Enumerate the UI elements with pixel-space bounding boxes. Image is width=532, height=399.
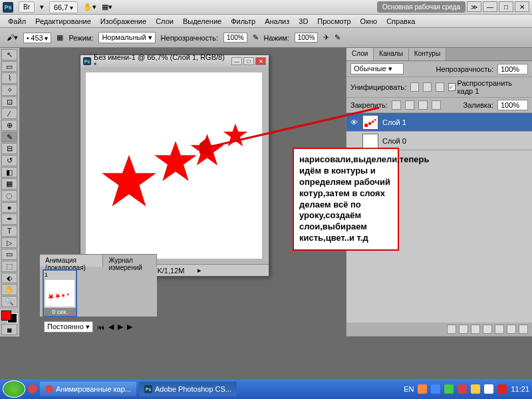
frame-duration[interactable]: 0 сек. (44, 308, 76, 316)
close-button[interactable]: ✕ (515, 1, 529, 12)
3d-camera-tool[interactable]: ⬖ (1, 273, 17, 284)
adjustment-layer-icon[interactable] (483, 325, 492, 334)
expand-button[interactable]: ≫ (467, 1, 481, 12)
stamp-tool[interactable]: ⊟ (1, 143, 17, 154)
opera-icon[interactable] (28, 384, 37, 394)
brush-tool-icon[interactable]: 🖌▾ (7, 33, 18, 42)
anim-next-icon[interactable]: ▶ (127, 323, 132, 331)
anim-first-icon[interactable]: ⏮ (97, 323, 104, 331)
menu-select[interactable]: Выделение (179, 16, 225, 27)
menu-help[interactable]: Справка (382, 16, 419, 27)
unify-visibility-icon[interactable] (423, 82, 432, 92)
status-arrow[interactable]: ▸ (198, 266, 201, 275)
maximize-button[interactable]: □ (499, 1, 513, 12)
lock-pixels-icon[interactable] (405, 100, 414, 110)
panel-opacity-field[interactable]: 100% (497, 64, 528, 74)
mode-select[interactable]: Нормальный ▾ (98, 32, 155, 43)
loop-select[interactable]: Постоянно ▾ (44, 321, 93, 332)
layer-mask-icon[interactable] (471, 325, 480, 334)
task-button[interactable]: Ps Adobe Photoshop CS... (139, 382, 237, 396)
shape-tool[interactable]: ▭ (1, 249, 17, 260)
animation-frame[interactable]: 1 0 сек. (43, 269, 77, 317)
lock-transparency-icon[interactable] (392, 100, 401, 110)
view-icon[interactable]: ▦▾ (102, 3, 112, 11)
workspace-selector[interactable]: Основная рабочая среда (377, 1, 466, 13)
minimize-button[interactable]: — (483, 1, 497, 12)
layer-thumbnail[interactable] (362, 115, 378, 130)
visibility-icon[interactable] (349, 136, 358, 146)
menu-filter[interactable]: Фильтр (227, 16, 259, 27)
3d-tool[interactable]: ⬚ (1, 261, 17, 272)
heal-tool[interactable]: ⊕ (1, 120, 17, 131)
tab-paths[interactable]: Контуры (409, 48, 446, 61)
new-layer-icon[interactable] (507, 325, 516, 334)
task-button[interactable]: Анимированные кар... (40, 382, 136, 396)
tray-icon[interactable] (484, 384, 493, 394)
tab-measurements[interactable]: Журнал измерений (103, 255, 157, 267)
history-brush-tool[interactable]: ↺ (1, 155, 17, 166)
zoom-tool[interactable]: 🔍 (1, 296, 17, 307)
move-tool[interactable]: ↖ (1, 49, 17, 61)
doc-close[interactable]: ✕ (255, 57, 266, 65)
visibility-icon[interactable]: 👁 (349, 118, 358, 127)
delete-layer-icon[interactable] (519, 325, 528, 334)
hand-tool[interactable]: ✋ (1, 284, 17, 295)
fill-field[interactable]: 100% (497, 100, 528, 110)
anim-prev-icon[interactable]: ◀ (108, 323, 114, 331)
tray-icon[interactable] (444, 384, 454, 394)
menu-layers[interactable]: Слои (152, 16, 178, 27)
marquee-tool[interactable]: ▭ (1, 61, 17, 72)
hand-icon[interactable]: ✋▾ (83, 3, 96, 11)
layer-name[interactable]: Слой 1 (382, 118, 406, 126)
layer-style-icon[interactable] (459, 325, 468, 334)
menu-analysis[interactable]: Анализ (261, 16, 293, 27)
tab-channels[interactable]: Каналы (374, 48, 409, 61)
wand-tool[interactable]: ✧ (1, 84, 17, 96)
zoom-field[interactable]: 66,7 ▾ (49, 1, 78, 13)
tab-layers[interactable]: Слои (346, 48, 374, 61)
airbrush-icon[interactable]: ✈ (323, 33, 329, 42)
unify-style-icon[interactable] (436, 82, 444, 92)
flow-field[interactable]: 100% (295, 33, 319, 43)
color-swatches[interactable] (1, 311, 17, 324)
propagate-checkbox[interactable]: ✓ (448, 83, 456, 91)
dodge-tool[interactable]: ● (1, 202, 17, 213)
crop-tool[interactable]: ⊡ (1, 96, 17, 108)
doc-minimize[interactable]: — (231, 57, 242, 65)
menu-3d[interactable]: 3D (295, 16, 312, 27)
lang-indicator[interactable]: EN (404, 385, 414, 393)
menu-view[interactable]: Просмотр (313, 16, 354, 27)
bridge-button[interactable]: Br (19, 1, 35, 13)
tablet-opacity-icon[interactable]: ✎ (253, 33, 259, 42)
brush-preset[interactable]: • 453 ▾ (23, 33, 51, 43)
tab-animation[interactable]: Анимация (покадровая) (40, 255, 103, 267)
eyedropper-tool[interactable]: ⁄ (1, 108, 17, 119)
tray-icon[interactable] (458, 384, 467, 394)
eraser-tool[interactable]: ◧ (1, 167, 17, 178)
lock-all-icon[interactable] (432, 100, 441, 110)
quickmask-tool[interactable]: ◙ (1, 324, 17, 335)
tray-icon[interactable] (418, 384, 427, 394)
canvas[interactable] (86, 72, 262, 259)
brush-tool[interactable]: ✎ (1, 132, 17, 143)
anim-play-icon[interactable]: ▶ (118, 323, 123, 331)
type-tool[interactable]: T (1, 225, 17, 237)
menu-edit[interactable]: Редактирование (31, 16, 95, 27)
layer-row[interactable]: Слой 0 (346, 132, 532, 150)
layer-row[interactable]: 👁 Слой 1 (346, 113, 532, 132)
start-button[interactable] (3, 380, 25, 398)
document-titlebar[interactable]: Ps Без имени-1 @ 66,7% (Слой 1, RGB/8) *… (80, 55, 269, 67)
menu-file[interactable]: Файл (4, 16, 30, 27)
history-icon[interactable]: ▾ (40, 3, 44, 11)
lasso-tool[interactable]: ⌇ (1, 72, 17, 84)
lock-position-icon[interactable] (418, 100, 428, 110)
fg-color[interactable] (1, 311, 11, 321)
tablet-size-icon[interactable]: ✎ (334, 33, 340, 42)
clock[interactable]: 11:21 (511, 385, 529, 393)
brush-panel-icon[interactable]: ▦ (57, 33, 63, 42)
unify-position-icon[interactable] (410, 82, 419, 92)
layer-name[interactable]: Слой 0 (382, 137, 406, 145)
layer-thumbnail[interactable] (362, 134, 378, 148)
gradient-tool[interactable]: ▦ (1, 178, 17, 190)
pen-tool[interactable]: ✒ (1, 213, 17, 225)
